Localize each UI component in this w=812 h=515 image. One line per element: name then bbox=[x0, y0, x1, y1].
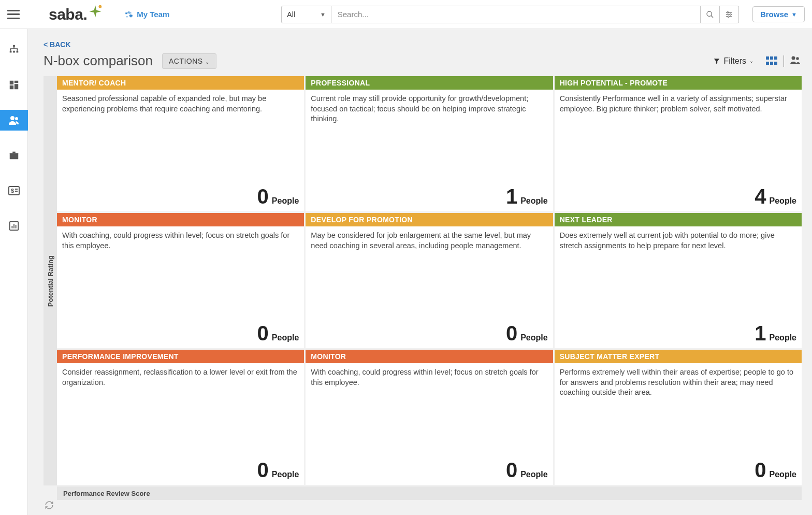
svg-rect-9 bbox=[13, 45, 15, 47]
cell-title: MONITOR bbox=[306, 350, 553, 363]
people-label: People bbox=[770, 470, 796, 479]
grid-view-button[interactable] bbox=[766, 56, 778, 66]
cell-count: 1 bbox=[755, 322, 766, 345]
svg-point-17 bbox=[10, 116, 15, 120]
cell-count: 0 bbox=[257, 459, 269, 482]
actions-button[interactable]: ACTIONS ⌄ bbox=[162, 53, 216, 69]
cell-description: Seasoned professional capable of expande… bbox=[57, 90, 304, 118]
svg-point-29 bbox=[796, 57, 799, 60]
logo-text: saba bbox=[49, 6, 83, 23]
my-team-label: My Team bbox=[137, 10, 169, 19]
filter-settings-icon[interactable] bbox=[720, 6, 739, 23]
sidebar-item-analytics[interactable] bbox=[0, 216, 28, 236]
cell-title: MENTOR/ COACH bbox=[57, 76, 304, 90]
y-axis-label: Potential Rating bbox=[44, 76, 57, 485]
filters-button[interactable]: Filters ⌄ bbox=[713, 56, 753, 66]
cell-title: SUBJECT MATTER EXPERT bbox=[555, 350, 802, 363]
x-axis-label: Performance Review Score bbox=[57, 487, 802, 500]
people-view-button[interactable] bbox=[789, 55, 802, 67]
cell-description: With coaching, could progress within lev… bbox=[57, 226, 304, 255]
cell-count: 1 bbox=[506, 185, 517, 208]
nbox-cell-1-2[interactable]: NEXT LEADER Does extremely well at curre… bbox=[555, 213, 802, 348]
sidebar-item-briefcase[interactable] bbox=[0, 145, 28, 166]
cell-description: Does extremely well at current job with … bbox=[555, 226, 802, 255]
brand-logo: saba. bbox=[49, 6, 103, 23]
chevron-down-icon: ▼ bbox=[320, 11, 326, 18]
cell-title: PROFESSIONAL bbox=[306, 76, 553, 90]
nbox-cell-0-0[interactable]: MENTOR/ COACH Seasoned professional capa… bbox=[57, 76, 304, 211]
nbox-grid: MENTOR/ COACH Seasoned professional capa… bbox=[57, 76, 802, 485]
filters-label: Filters bbox=[723, 56, 746, 66]
separator bbox=[784, 55, 784, 67]
browse-button[interactable]: Browse ▼ bbox=[752, 6, 805, 22]
cell-description: With coaching, could progress within lev… bbox=[306, 363, 553, 392]
sidebar-item-people[interactable] bbox=[0, 110, 28, 131]
cell-count: 0 bbox=[506, 459, 517, 482]
cell-description: Performs extremely well within their are… bbox=[555, 363, 802, 402]
cell-count: 0 bbox=[257, 322, 269, 345]
cell-title: PERFORMANCE IMPROVEMENT bbox=[57, 350, 304, 363]
svg-rect-27 bbox=[15, 225, 16, 228]
org-chart-icon bbox=[124, 10, 134, 19]
nbox-cell-0-1[interactable]: PROFESSIONAL Current role may still prov… bbox=[306, 76, 553, 211]
nbox-cell-2-0[interactable]: PERFORMANCE IMPROVEMENT Consider reassig… bbox=[57, 350, 304, 485]
svg-point-8 bbox=[728, 16, 729, 17]
cell-title: HIGH POTENTIAL - PROMOTE bbox=[555, 76, 802, 90]
svg-point-1 bbox=[707, 11, 712, 16]
nbox-cell-2-2[interactable]: SUBJECT MATTER EXPERT Performs extremely… bbox=[555, 350, 802, 485]
svg-line-2 bbox=[711, 16, 713, 18]
people-label: People bbox=[272, 470, 299, 479]
cell-description: Consistently Performance well in a varie… bbox=[555, 90, 802, 118]
sidebar-item-dashboard[interactable] bbox=[0, 75, 28, 95]
svg-rect-15 bbox=[14, 84, 18, 89]
nbox-cell-1-1[interactable]: DEVELOP FOR PROMOTION May be considered … bbox=[306, 213, 553, 348]
menu-icon[interactable] bbox=[7, 10, 20, 19]
search-input[interactable] bbox=[331, 6, 701, 23]
cell-title: DEVELOP FOR PROMOTION bbox=[306, 213, 553, 226]
cell-count: 0 bbox=[506, 322, 517, 345]
chevron-down-icon: ▼ bbox=[791, 11, 797, 18]
svg-point-28 bbox=[792, 56, 795, 60]
sidebar-item-compensation[interactable]: $ bbox=[0, 180, 28, 201]
nbox-cell-0-2[interactable]: HIGH POTENTIAL - PROMOTE Consistently Pe… bbox=[555, 76, 802, 211]
svg-rect-12 bbox=[13, 51, 15, 53]
cell-description: Consider reassignment, reclassification … bbox=[57, 363, 304, 392]
my-team-link[interactable]: My Team bbox=[124, 10, 169, 19]
people-label: People bbox=[520, 196, 547, 206]
svg-rect-26 bbox=[13, 224, 15, 228]
cell-count: 4 bbox=[755, 185, 766, 208]
svg-text:$: $ bbox=[11, 188, 14, 194]
svg-rect-14 bbox=[14, 81, 18, 83]
back-link[interactable]: < BACK bbox=[44, 29, 802, 49]
svg-point-18 bbox=[15, 117, 18, 120]
nbox-cell-2-1[interactable]: MONITOR With coaching, could progress wi… bbox=[306, 350, 553, 485]
svg-point-6 bbox=[730, 13, 731, 15]
chevron-down-icon: ⌄ bbox=[749, 58, 753, 64]
cell-title: MONITOR bbox=[57, 213, 304, 226]
cell-count: 0 bbox=[257, 185, 269, 208]
svg-rect-19 bbox=[9, 153, 18, 159]
cell-description: Current role may still provide opportuni… bbox=[306, 90, 553, 128]
browse-label: Browse bbox=[760, 10, 788, 19]
search-icon[interactable] bbox=[701, 6, 720, 23]
logo-mark-icon bbox=[88, 4, 103, 19]
cell-count: 0 bbox=[755, 459, 766, 482]
chevron-down-icon: ⌄ bbox=[205, 59, 210, 65]
sidebar-item-org[interactable] bbox=[0, 39, 28, 60]
refresh-icon[interactable] bbox=[45, 500, 54, 512]
search-scope-dropdown[interactable]: All ▼ bbox=[281, 6, 331, 23]
people-label: People bbox=[770, 196, 796, 206]
people-label: People bbox=[770, 333, 796, 342]
search-scope-value: All bbox=[287, 10, 295, 19]
cell-title: NEXT LEADER bbox=[555, 213, 802, 226]
filter-icon bbox=[713, 58, 720, 65]
svg-point-0 bbox=[99, 5, 102, 8]
svg-rect-16 bbox=[9, 85, 13, 89]
svg-rect-25 bbox=[11, 226, 12, 228]
nbox-cell-1-0[interactable]: MONITOR With coaching, could progress wi… bbox=[57, 213, 304, 348]
svg-point-4 bbox=[727, 11, 729, 13]
people-label: People bbox=[520, 470, 547, 479]
people-label: People bbox=[272, 196, 299, 206]
people-label: People bbox=[272, 333, 299, 342]
page-title: N-box comparison bbox=[44, 53, 153, 69]
